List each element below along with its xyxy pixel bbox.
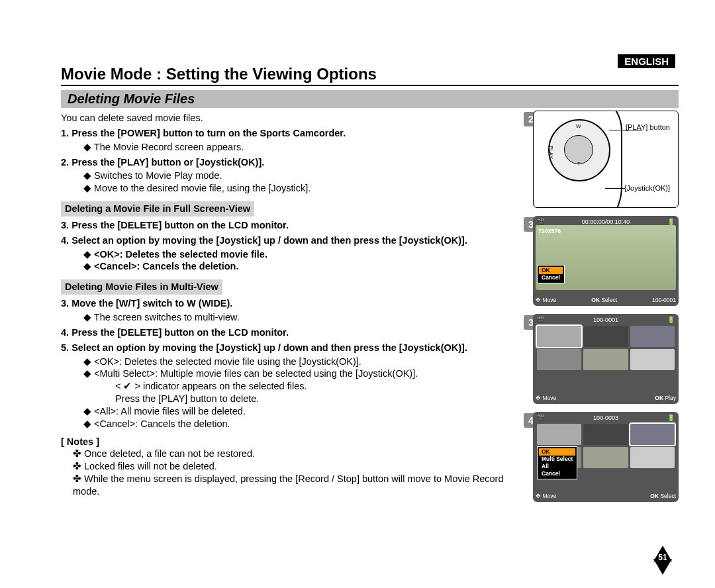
step-1: Press the [POWER] button to turn on the …	[72, 128, 346, 138]
thumbnail-grid	[536, 323, 676, 373]
movie-icon: 🎬	[537, 415, 544, 421]
file-number: 100-0001	[652, 297, 676, 303]
file-number: 100-0001	[593, 317, 618, 323]
battery-icon: 🔋	[667, 415, 675, 421]
notes-header: [ Notes ]	[61, 436, 521, 448]
note-1: Once deleted, a file can not be restored…	[73, 448, 521, 460]
step-2-sub1: Switches to Movie Play mode.	[83, 170, 521, 182]
menu-ok: OK	[539, 267, 563, 274]
step-b5-pressplay: Press the [PLAY] button to delete.	[115, 393, 521, 405]
step-b5-cancel: <Cancel>: Cancels the deletion.	[94, 418, 230, 429]
dial-icon: W T PLAY	[548, 119, 610, 181]
figures-column: 2 W T PLAY [PLAY] button [Joystick(OK)]	[533, 111, 679, 510]
step-b5: Select an option by moving the [Joystick…	[72, 342, 467, 353]
timestamp: 00:00:00/00:10:40	[582, 219, 630, 225]
file-number: 100-0003	[593, 415, 618, 421]
page-number-badge: 51	[653, 559, 672, 577]
delete-menu: OK Cancel	[537, 265, 565, 283]
lcd-fullscreen: 🎬 00:00:00/00:10:40 🔋 720X576 OK Cancel …	[533, 216, 679, 306]
lcd-multiview: 🎬 100-0001 🔋 ✥ Move OK Play	[533, 314, 679, 404]
thumbnail	[583, 326, 628, 347]
thumbnail	[630, 326, 675, 347]
note-2: Locked files will not be deleted.	[73, 460, 521, 473]
step-a3: Press the [DELETE] button on the LCD mon…	[72, 220, 289, 230]
step-a4-ok: <OK>: Deletes the selected movie file.	[94, 249, 267, 260]
step-2: Press the [PLAY] button or [Joystick(OK)…	[72, 157, 264, 168]
note-3: While the menu screen is displayed, pres…	[73, 473, 521, 498]
menu-all: All	[539, 463, 575, 470]
section-header-multiview: Deleting Movie Files in Multi-View	[61, 279, 222, 295]
thumbnail	[583, 447, 628, 468]
menu-multi-select: Multi Select	[539, 456, 575, 463]
lcd-multiview-menu: 🎬 100-0003 🔋 OK Multi Select	[533, 412, 679, 502]
step-b5-indicator: < ✔ > indicator appears on the selected …	[115, 380, 521, 393]
resolution-label: 720X576	[538, 228, 561, 234]
figure-2: 2 W T PLAY [PLAY] button [Joystick(OK)]	[533, 111, 679, 208]
battery-icon: 🔋	[667, 219, 675, 225]
menu-cancel: Cancel	[539, 274, 563, 281]
step-b3-sub: The screen switches to multi-view.	[83, 311, 521, 324]
step-b3: Move the [W/T] switch to W (WIDE).	[72, 298, 232, 309]
step-b5-multiselect: <Multi Select>: Multiple movie files can…	[94, 368, 418, 379]
manual-page: ENGLISH Movie Mode : Setting the Viewing…	[0, 0, 715, 530]
movie-icon: 🎬	[537, 317, 544, 323]
step-b4: Press the [DELETE] button on the LCD mon…	[72, 327, 289, 338]
thumbnail	[537, 349, 581, 370]
thumbnail	[537, 424, 581, 445]
thumbnail	[583, 424, 628, 445]
step-2-sub2: Move to the desired movie file, using th…	[83, 182, 521, 195]
joystick-ok-label: [Joystick(OK)]	[625, 184, 670, 192]
section-header-fullscreen: Deleting a Movie File in Full Screen-Vie…	[61, 201, 254, 217]
delete-menu: OK Multi Select All Cancel	[537, 446, 577, 479]
figure-4: 4 🎬 100-0003 🔋	[533, 412, 679, 502]
intro-text: You can delete saved movie files.	[61, 112, 521, 124]
section-subtitle: Deleting Movie Files	[61, 90, 679, 108]
page-title: Movie Mode : Setting the Viewing Options	[61, 65, 679, 86]
thumbnail	[630, 424, 675, 445]
menu-ok: OK	[539, 448, 575, 456]
step-1-sub: The Movie Record screen appears.	[83, 141, 521, 154]
step-a4-cancel: <Cancel>: Cancels the deletion.	[94, 261, 238, 271]
battery-icon: 🔋	[667, 317, 675, 323]
menu-cancel: Cancel	[539, 470, 575, 477]
step-b5-all: <All>: All movie files will be deleted.	[94, 406, 246, 416]
thumbnail	[630, 349, 675, 370]
figure-3b: 3 🎬 100-0001 🔋	[533, 314, 679, 404]
page-number: 51	[653, 553, 672, 562]
thumbnail	[583, 349, 628, 370]
figure-3a: 3 🎬 00:00:00/00:10:40 🔋 720X576 OK Cance…	[533, 216, 679, 306]
step-a4: Select an option by moving the [Joystick…	[72, 235, 467, 246]
thumbnail	[630, 447, 675, 468]
language-badge: ENGLISH	[618, 54, 675, 68]
joystick-diagram: W T PLAY [PLAY] button [Joystick(OK)]	[533, 111, 679, 208]
instructions-column: You can delete saved movie files. 1. Pre…	[61, 111, 521, 510]
thumbnail	[537, 326, 581, 347]
movie-icon: 🎬	[537, 219, 544, 225]
step-b5-ok: <OK>: Deletes the selected movie file us…	[94, 356, 361, 367]
